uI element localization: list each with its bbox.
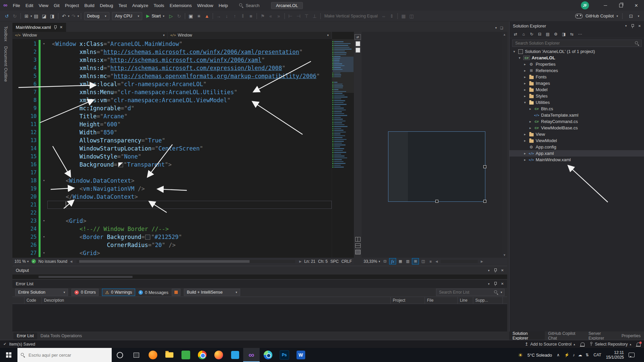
preview-selected-icon[interactable]: ◨ [560,31,567,37]
dock-tab-toolbox[interactable]: Toolbox [3,26,8,42]
horizontal-spacing-icon[interactable]: ⇔ [380,12,388,20]
zoom-tool-icon[interactable]: ◫ [408,12,416,20]
file-explorer-icon[interactable] [161,348,177,362]
designer-scroll-right-icon[interactable]: ▶ [481,260,483,263]
code-line-7[interactable]: 7 xmlns:Menu="clr-namespace:ArcaneLOL.Ut… [12,88,332,96]
firefox-icon[interactable] [210,348,227,362]
tree-item-view[interactable]: ▸View [509,131,644,137]
tree-item-app-xaml[interactable]: ▸</>App.xaml [509,150,644,157]
xaml-designer-surface[interactable] [362,32,502,258]
chevron-down-icon[interactable]: ▾ [500,291,502,294]
fold-chevron-icon[interactable]: ▾ [41,233,47,241]
tree-item-datatemplate-xaml[interactable]: </>DataTemplate.xaml [509,112,644,118]
github-copilot-button[interactable]: GitHub Copilot [585,13,614,18]
error-list-search-input[interactable] [438,290,492,295]
taskbar-clock[interactable]: 12:11 15/1/2025 [606,350,624,360]
tree-item-app-config[interactable]: ⚙App.config [509,144,644,150]
home-icon[interactable]: ⌂ [520,31,527,37]
align-top-icon[interactable]: ⊤ [303,12,311,20]
bookmark-icon[interactable]: ⚑ [259,12,267,20]
color-swatch-icon[interactable] [145,235,150,240]
snap-grid-icon[interactable]: ▥ [405,258,411,264]
code-line-8[interactable]: 8 xmlns:vm="clr-namespace:ArcaneLOL.View… [12,96,332,104]
snaplines-toggle-icon[interactable]: ◫ [420,258,426,264]
scrollbar-thumb[interactable] [79,260,250,263]
swap-panes-icon[interactable]: ⇄ [355,34,361,40]
pause-icon[interactable]: ‖ [239,12,247,20]
weather-label[interactable]: 5°C Soleado [528,353,552,358]
cortana-button[interactable] [112,348,128,362]
close-icon[interactable]: ✕ [501,268,504,272]
solution-explorer-header[interactable]: Solution Explorer ▾ ✕ [509,21,644,30]
visual-studio-icon[interactable]: ∞ [243,348,260,362]
show-all-files-icon[interactable]: ▤ [544,31,551,37]
align-bottom-icon[interactable]: ⊥ [311,12,319,20]
tab-data-tools-operations[interactable]: Data Tools Operations [37,333,85,339]
open-file-icon[interactable]: ▤ [32,12,40,20]
volume-tray-icon[interactable]: ♪ [573,353,575,357]
messages-filter-button[interactable]: i 0 Messages [139,290,168,295]
add-to-source-control-button[interactable]: ↥ Add to Source Control ▴ [525,342,575,347]
chevron-collapsed-icon[interactable]: ▸ [528,107,532,111]
task-view-button[interactable] [128,348,145,362]
minimap-scrollbar[interactable] [332,32,354,258]
navigate-backward-icon[interactable]: ↺ [3,12,11,20]
code-line-19[interactable]: 19 <vm:NavigationVM /> [12,185,332,193]
color-swatch-icon[interactable] [118,162,123,167]
output-scrollbar[interactable] [39,276,132,278]
code-line-20[interactable]: 20 </Window.DataContext> [12,193,332,201]
grid-toggle-icon[interactable]: ▦ [399,12,408,20]
output-header[interactable]: Output ▾ ✕ [12,266,507,275]
orange-app-icon[interactable] [145,348,161,362]
restore-button[interactable] [613,0,629,11]
code-line-17[interactable]: 17 [12,169,332,177]
hidden-icons-chevron[interactable]: ∧ [557,353,560,357]
vscode-icon[interactable] [227,348,243,362]
menu-test[interactable]: Test [116,2,129,9]
eol-indicator[interactable]: CRLF [341,259,352,264]
error-list-header[interactable]: Error List ▾ ✕ [12,279,507,288]
zoom-dropdown[interactable]: 101 % ▾ [14,259,29,264]
code-line-18[interactable]: 18▾ <Window.DataContext> [12,177,332,185]
resize-handle-right[interactable] [483,165,486,168]
code-line-27[interactable]: 27▾ <Grid> [12,249,332,257]
designer-horizontal-scrollbar[interactable] [441,260,478,263]
spaces-indicator[interactable]: SPC [330,259,339,264]
chevron-collapsed-icon[interactable]: ▸ [523,158,527,162]
menu-git[interactable]: Git [51,2,62,9]
chevron-expanded-icon[interactable]: ▾ [518,56,522,60]
language-indicator[interactable]: CAT [594,353,601,357]
horizontal-scrollbar[interactable] [76,260,295,263]
feedback-icon[interactable]: ⊡ [627,12,635,20]
float-window-icon[interactable]: ❏ [500,26,503,30]
previous-bookmark-icon[interactable]: « [267,12,275,20]
menu-window[interactable]: Window [195,2,216,9]
save-icon[interactable]: ◪ [40,12,48,20]
pin-icon[interactable] [54,25,57,29]
chevron-expanded-icon[interactable]: ▾ [523,101,527,104]
solution-configuration-dropdown[interactable]: Debug▾ [84,12,109,20]
chevron-collapsed-icon[interactable]: ▸ [523,75,527,79]
tree-item-styles[interactable]: ▸Styles [509,93,644,99]
redo-icon-chevron[interactable]: ▾ [77,14,79,18]
tree-item-references[interactable]: ▸⊞References [509,67,644,74]
menu-project[interactable]: Project [62,2,82,9]
pin-icon[interactable] [494,268,497,273]
tab-mainwindow-xaml[interactable]: MainWindow.xaml ✕ [12,22,66,32]
tab-properties[interactable]: Properties [618,333,644,339]
column-header-file[interactable]: File [425,297,458,304]
hot-reload-icon[interactable]: ▲ [203,12,211,20]
code-area[interactable]: 1▾<Window x:Class="ArcaneLOL.MainWindow"… [12,39,332,258]
tree-item-images[interactable]: ▸Images [509,80,644,86]
errors-filter-button[interactable]: ✕ 0 Errors [71,289,99,296]
step-into-icon[interactable]: ↓ [223,12,231,20]
column-header-description[interactable]: Description [42,297,391,304]
taskbar-search[interactable] [17,348,112,362]
tree-item-btn-cs[interactable]: ▸C#Btn.cs [509,106,644,112]
effects-toggle-icon[interactable]: fx [389,258,396,264]
code-line-3[interactable]: 3 xmlns:x="http://schemas.microsoft.com/… [12,56,332,64]
refresh-icon[interactable]: ↻ [175,12,183,20]
chrome-icon[interactable] [194,348,210,362]
solution-explorer-search[interactable] [512,40,642,47]
code-line-22[interactable]: 22 [12,209,332,217]
